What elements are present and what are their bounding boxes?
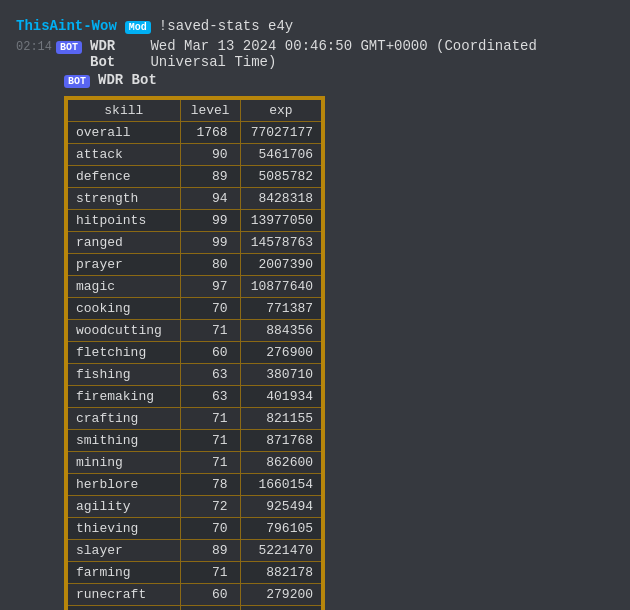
level-cell: 60 [180, 584, 240, 606]
exp-cell: 1660154 [240, 474, 322, 496]
exp-cell: 796105 [240, 518, 322, 540]
bot-message-text: Wed Mar 13 2024 00:46:50 GMT+0000 (Coord… [150, 38, 614, 70]
exp-cell: 5085782 [240, 166, 322, 188]
level-cell: 70 [180, 518, 240, 540]
skill-name-cell: smithing [67, 430, 180, 452]
exp-cell: 77027177 [240, 122, 322, 144]
level-cell: 94 [180, 188, 240, 210]
level-cell: 99 [180, 210, 240, 232]
exp-cell: 862600 [240, 452, 322, 474]
table-row: agility72925494 [67, 496, 322, 518]
exp-cell: 882178 [240, 562, 322, 584]
level-cell: 71 [180, 562, 240, 584]
table-row: hitpoints9913977050 [67, 210, 322, 232]
table-row: woodcutting71884356 [67, 320, 322, 342]
exp-cell: 10877640 [240, 276, 322, 298]
skill-name-cell: defence [67, 166, 180, 188]
table-row: hunter70778044 [67, 606, 322, 611]
level-cell: 71 [180, 408, 240, 430]
skill-name-cell: fishing [67, 364, 180, 386]
level-cell: 71 [180, 430, 240, 452]
exp-cell: 14578763 [240, 232, 322, 254]
skill-name-cell: crafting [67, 408, 180, 430]
table-row: attack905461706 [67, 144, 322, 166]
table-row: cooking70771387 [67, 298, 322, 320]
skill-name-cell: fletching [67, 342, 180, 364]
col-header-exp: exp [240, 99, 322, 122]
exp-cell: 5221470 [240, 540, 322, 562]
table-row: smithing71871768 [67, 430, 322, 452]
bot-row-2: BOT WDR Bot [16, 72, 614, 88]
exp-cell: 778044 [240, 606, 322, 611]
skill-name-cell: strength [67, 188, 180, 210]
mod-badge: Mod [125, 21, 151, 34]
exp-cell: 2007390 [240, 254, 322, 276]
level-cell: 72 [180, 496, 240, 518]
level-cell: 71 [180, 320, 240, 342]
skill-name-cell: woodcutting [67, 320, 180, 342]
col-header-skill: skill [67, 99, 180, 122]
skill-name-cell: hitpoints [67, 210, 180, 232]
level-cell: 80 [180, 254, 240, 276]
table-row: runecraft60279200 [67, 584, 322, 606]
level-cell: 89 [180, 166, 240, 188]
exp-cell: 401934 [240, 386, 322, 408]
table-row: magic9710877640 [67, 276, 322, 298]
skill-name-cell: firemaking [67, 386, 180, 408]
exp-cell: 821155 [240, 408, 322, 430]
level-cell: 1768 [180, 122, 240, 144]
skill-name-cell: hunter [67, 606, 180, 611]
table-row: fishing63380710 [67, 364, 322, 386]
exp-cell: 884356 [240, 320, 322, 342]
table-row: firemaking63401934 [67, 386, 322, 408]
bot-badge-1: BOT [56, 41, 82, 54]
level-cell: 71 [180, 452, 240, 474]
exp-cell: 276900 [240, 342, 322, 364]
skill-name-cell: agility [67, 496, 180, 518]
exp-cell: 925494 [240, 496, 322, 518]
level-cell: 63 [180, 386, 240, 408]
bot-badge-2: BOT [64, 75, 90, 88]
skill-name-cell: mining [67, 452, 180, 474]
table-row: mining71862600 [67, 452, 322, 474]
level-cell: 63 [180, 364, 240, 386]
message-header: ThisAint-Wow Mod !saved-stats e4y [16, 18, 614, 34]
timestamp: 02:14 [16, 40, 48, 54]
table-row: prayer802007390 [67, 254, 322, 276]
stats-table: skill level exp overall176877027177attac… [66, 98, 323, 610]
level-cell: 60 [180, 342, 240, 364]
bot-name-2: WDR Bot [98, 72, 157, 88]
level-cell: 89 [180, 540, 240, 562]
skill-name-cell: slayer [67, 540, 180, 562]
message-container: ThisAint-Wow Mod !saved-stats e4y 02:14 … [0, 10, 630, 610]
exp-cell: 380710 [240, 364, 322, 386]
table-outer-border: skill level exp overall176877027177attac… [64, 96, 325, 610]
level-cell: 70 [180, 606, 240, 611]
table-row: strength948428318 [67, 188, 322, 210]
table-row: fletching60276900 [67, 342, 322, 364]
exp-cell: 8428318 [240, 188, 322, 210]
exp-cell: 13977050 [240, 210, 322, 232]
table-row: herblore781660154 [67, 474, 322, 496]
bot-name-1: WDR Bot [90, 38, 142, 70]
exp-cell: 771387 [240, 298, 322, 320]
exp-cell: 871768 [240, 430, 322, 452]
exp-cell: 5461706 [240, 144, 322, 166]
level-cell: 97 [180, 276, 240, 298]
skill-name-cell: herblore [67, 474, 180, 496]
skill-name-cell: runecraft [67, 584, 180, 606]
table-row: defence895085782 [67, 166, 322, 188]
skill-name-cell: overall [67, 122, 180, 144]
table-row: crafting71821155 [67, 408, 322, 430]
skill-name-cell: farming [67, 562, 180, 584]
level-cell: 78 [180, 474, 240, 496]
col-header-level: level [180, 99, 240, 122]
level-cell: 90 [180, 144, 240, 166]
table-header-row: skill level exp [67, 99, 322, 122]
table-row: thieving70796105 [67, 518, 322, 540]
skill-name-cell: ranged [67, 232, 180, 254]
table-row: farming71882178 [67, 562, 322, 584]
exp-cell: 279200 [240, 584, 322, 606]
level-cell: 99 [180, 232, 240, 254]
skill-name-cell: thieving [67, 518, 180, 540]
